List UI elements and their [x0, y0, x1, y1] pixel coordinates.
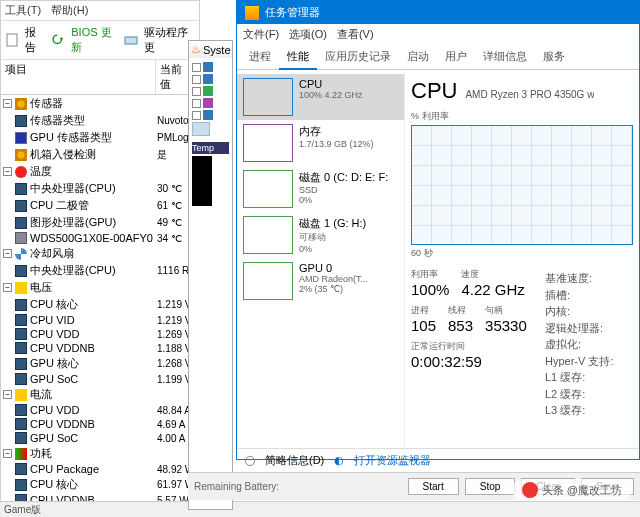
row-label[interactable]: CPU VDD — [30, 328, 157, 340]
stat-label: 进程 — [411, 304, 436, 317]
resmon-icon: ◐ — [334, 454, 344, 467]
expand-icon[interactable] — [192, 87, 201, 96]
cat-temp[interactable]: 温度 — [30, 164, 197, 179]
side-stat: 插槽: — [545, 287, 633, 304]
tab-users[interactable]: 用户 — [437, 45, 475, 69]
chip-icon — [15, 200, 27, 212]
row-label[interactable]: WDS500G1X0E-00AFY0 — [30, 232, 157, 244]
row-label[interactable]: CPU 核心 — [30, 477, 157, 492]
svg-rect-0 — [7, 34, 17, 46]
row-label[interactable]: CPU Package — [30, 463, 157, 475]
perf-sub: 100% 4.22 GHz — [299, 90, 363, 100]
perf-sub: AMD Radeon(T... — [299, 274, 368, 284]
menu-view[interactable]: 查看(V) — [337, 27, 374, 42]
perf-item-cpu[interactable]: CPU100% 4.22 GHz — [237, 74, 404, 120]
hwinfo-menubar[interactable]: 工具(T) 帮助(H) — [1, 1, 199, 21]
perf-item-gpu0[interactable]: GPU 0AMD Radeon(T...2% (35 ℃) — [237, 258, 404, 304]
open-resmon-link[interactable]: 打开资源监视器 — [354, 453, 431, 468]
cat-volt[interactable]: 电压 — [30, 280, 197, 295]
side-stat: L3 缓存: — [545, 402, 633, 419]
col-name[interactable]: 项目 — [1, 60, 156, 94]
row-label[interactable]: CPU 二极管 — [30, 198, 157, 213]
collapse-icon[interactable]: − — [3, 167, 12, 176]
menu-options[interactable]: 选项(O) — [289, 27, 327, 42]
row-label[interactable]: GPU 传感器类型 — [30, 130, 157, 145]
cat-sensor[interactable]: 传感器 — [30, 96, 197, 111]
brief-info-link[interactable]: 简略信息(D) — [265, 453, 324, 468]
cpu-usage-chart[interactable] — [411, 125, 633, 245]
report-button[interactable]: 报告 — [25, 25, 45, 55]
menu-tools[interactable]: 工具(T) — [5, 3, 41, 18]
start-button[interactable]: Start — [408, 478, 459, 495]
intrusion-icon — [15, 149, 27, 161]
expand-icon[interactable] — [192, 63, 201, 72]
side-stat: 虚拟化: — [545, 336, 633, 353]
cat-current[interactable]: 电流 — [30, 387, 197, 402]
stat-value: 4.22 GHz — [461, 281, 524, 298]
cat-fan[interactable]: 冷却风扇 — [30, 246, 197, 261]
row-label[interactable]: GPU SoC — [30, 373, 157, 385]
task-manager-window[interactable]: 任务管理器 文件(F) 选项(O) 查看(V) 进程 性能 应用历史记录 启动 … — [236, 0, 640, 460]
collapse-icon[interactable]: − — [3, 283, 12, 292]
expand-icon[interactable] — [192, 111, 201, 120]
row-label[interactable]: 中央处理器(CPU) — [30, 181, 157, 196]
chip-icon — [15, 404, 27, 416]
row-label[interactable]: CPU VDD — [30, 404, 157, 416]
stat-label: 句柄 — [485, 304, 527, 317]
row-label[interactable]: 中央处理器(CPU) — [30, 263, 157, 278]
util-label: % 利用率 — [411, 110, 633, 123]
tab-services[interactable]: 服务 — [535, 45, 573, 69]
bios-button[interactable]: BIOS 更新 — [71, 25, 118, 55]
power-icon — [15, 448, 27, 460]
row-label[interactable]: CPU VDDNB — [30, 342, 157, 354]
temp-icon — [15, 166, 27, 178]
stat-value: 100% — [411, 281, 449, 298]
row-label[interactable]: 机箱入侵检测 — [30, 147, 157, 162]
uptime-value: 0:00:32:59 — [411, 353, 537, 370]
chip-icon — [15, 183, 27, 195]
chip-icon — [15, 314, 27, 326]
menu-help[interactable]: 帮助(H) — [51, 3, 88, 18]
row-label[interactable]: 传感器类型 — [30, 113, 157, 128]
column-headers: 项目 当前值 — [1, 60, 199, 95]
perf-sub: 可移动 — [299, 231, 366, 244]
row-label[interactable]: 图形处理器(GPU) — [30, 215, 157, 230]
collapse-icon[interactable]: − — [3, 99, 12, 108]
row-label[interactable]: CPU 核心 — [30, 297, 157, 312]
stop-button[interactable]: Stop — [465, 478, 516, 495]
tm-menubar[interactable]: 文件(F) 选项(O) 查看(V) — [237, 24, 639, 45]
chevron-up-icon[interactable] — [245, 456, 255, 466]
collapse-icon[interactable]: − — [3, 249, 12, 258]
tab-performance[interactable]: 性能 — [279, 45, 317, 70]
node-icon — [203, 74, 213, 84]
tab-startup[interactable]: 启动 — [399, 45, 437, 69]
perf-item-disk0[interactable]: 磁盘 0 (C: D: E: F:SSD0% — [237, 166, 404, 212]
tab-details[interactable]: 详细信息 — [475, 45, 535, 69]
row-label[interactable]: CPU VID — [30, 314, 157, 326]
collapse-icon[interactable]: − — [3, 390, 12, 399]
perf-item-memory[interactable]: 内存1.7/13.9 GB (12%) — [237, 120, 404, 166]
tm-titlebar[interactable]: 任务管理器 — [237, 1, 639, 24]
perf-item-disk1[interactable]: 磁盘 1 (G: H:)可移动0% — [237, 212, 404, 258]
node-icon — [203, 62, 213, 72]
mini-log — [192, 156, 212, 206]
mini-graph-disk1 — [243, 216, 293, 254]
tab-processes[interactable]: 进程 — [241, 45, 279, 69]
collapse-icon[interactable]: − — [3, 449, 12, 458]
perf-sub2: 0% — [299, 195, 388, 205]
menu-file[interactable]: 文件(F) — [243, 27, 279, 42]
row-label[interactable]: GPU SoC — [30, 432, 157, 444]
overlay-window[interactable]: ♨Syste Temp — [188, 40, 233, 510]
tab-app-history[interactable]: 应用历史记录 — [317, 45, 399, 69]
overlay-title[interactable]: ♨Syste — [189, 41, 232, 58]
cat-power[interactable]: 功耗 — [30, 446, 197, 461]
expand-icon[interactable] — [192, 99, 201, 108]
expand-icon[interactable] — [192, 75, 201, 84]
row-label[interactable]: CPU VDDNB — [30, 418, 157, 430]
taskmgr-icon — [245, 6, 259, 20]
perf-sub: 1.7/13.9 GB (12%) — [299, 139, 374, 149]
remaining-battery-label: Remaining Battery: — [194, 481, 279, 492]
chip-icon — [15, 265, 27, 277]
row-label[interactable]: GPU 核心 — [30, 356, 157, 371]
sensor-tree: −传感器 传感器类型Nuvoto GPU 传感器类型PMLog 机箱入侵检测是 … — [1, 95, 199, 517]
